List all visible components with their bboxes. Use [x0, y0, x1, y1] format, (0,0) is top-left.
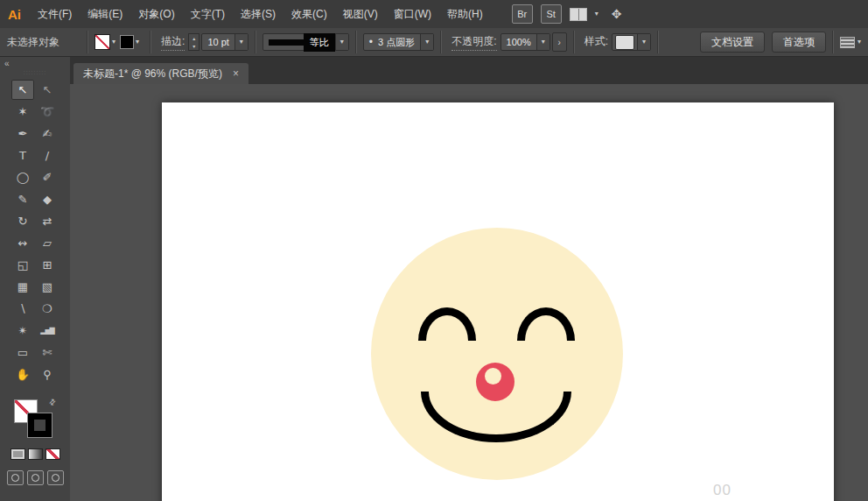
magic-wand-icon: ✶ — [18, 106, 28, 117]
stroke-control: ▾ — [120, 35, 139, 49]
tool-selection[interactable]: ↖ — [11, 80, 34, 100]
tool-shape-builder[interactable]: ◱ — [11, 255, 34, 275]
stroke-weight-label[interactable]: 描边: — [161, 34, 185, 51]
tool-type[interactable]: T — [11, 145, 34, 166]
color-button[interactable] — [10, 448, 25, 460]
arrange-documents-icon[interactable] — [570, 8, 587, 21]
separator — [150, 31, 151, 53]
artboard: 00 — [162, 102, 834, 501]
separator — [355, 31, 357, 53]
opacity-label[interactable]: 不透明度: — [452, 34, 496, 51]
document-setup-button[interactable]: 文档设置 — [700, 32, 765, 53]
tool-direct-selection[interactable]: ↖ — [36, 80, 59, 100]
none-button[interactable] — [46, 448, 60, 460]
tool-slice[interactable]: ✄ — [36, 342, 59, 363]
tools-panel-header: « — [0, 57, 70, 70]
tool-scale[interactable]: ⇄ — [36, 211, 59, 231]
stepper-down-icon[interactable]: ▾ — [189, 42, 199, 50]
stroke-weight-stepper[interactable]: ▴ ▾ — [188, 33, 200, 51]
tool-rotate[interactable]: ↻ — [11, 211, 34, 231]
canvas-area[interactable]: 00 — [70, 84, 868, 501]
brush-value: 3 点圆形 — [373, 36, 420, 49]
tool-zoom[interactable]: ⚲ — [36, 364, 59, 385]
stock-button[interactable]: St — [541, 4, 562, 24]
zoom-icon: ⚲ — [43, 369, 52, 380]
paintbrush-icon: ✐ — [43, 172, 52, 183]
watermark-text: 00 — [713, 482, 732, 499]
arrange-documents-chevron-icon[interactable]: ▾ — [595, 11, 598, 18]
opacity-combo[interactable]: 100% ▾ — [500, 33, 550, 51]
tool-free-transform[interactable]: ▱ — [36, 233, 59, 253]
separator — [440, 31, 442, 53]
draw-behind-button[interactable] — [27, 470, 44, 485]
drawing-mode-buttons — [0, 470, 70, 485]
tool-symbol-sprayer[interactable]: ✴ — [11, 321, 34, 341]
symbol-sprayer-icon: ✴ — [18, 325, 28, 336]
menu-effect[interactable]: 效果(C) — [284, 0, 335, 28]
fill-chevron-icon[interactable]: ▾ — [112, 39, 116, 46]
stroke-weight-combo[interactable]: 10 pt ▾ — [201, 33, 248, 51]
tool-pen[interactable]: ✒ — [11, 123, 34, 144]
tool-lasso[interactable]: ➰ — [36, 102, 59, 122]
tool-artboard[interactable]: ▭ — [11, 342, 34, 363]
style-swatch[interactable] — [615, 35, 634, 50]
collapse-panel-icon[interactable]: « — [4, 59, 10, 68]
draw-inside-button[interactable] — [47, 470, 64, 485]
tool-line-segment[interactable]: / — [36, 145, 59, 166]
tool-pencil[interactable]: ✎ — [11, 189, 34, 209]
tool-width[interactable]: ↭ — [11, 233, 34, 253]
control-panel-menu-icon[interactable] — [840, 37, 855, 48]
bridge-button[interactable]: Br — [512, 4, 533, 24]
style-combo[interactable]: ▾ — [612, 33, 651, 51]
document-tab-title: 未标题-1* @ 96% (RGB/预览) — [83, 67, 222, 81]
tool-hand[interactable]: ✋ — [11, 364, 34, 385]
menu-edit[interactable]: 编辑(E) — [80, 0, 130, 28]
tool-gradient[interactable]: ▧ — [36, 277, 59, 297]
control-panel-chevron-icon[interactable]: ▾ — [858, 39, 861, 46]
panel-grip[interactable]: ::::::::: — [0, 70, 70, 75]
gradient-button[interactable] — [28, 448, 43, 460]
artboard-tool-icon: ▭ — [18, 347, 28, 358]
menu-view[interactable]: 视图(V) — [335, 0, 386, 28]
tool-perspective-grid[interactable]: ⊞ — [36, 255, 59, 275]
preferences-button[interactable]: 首选项 — [772, 32, 826, 53]
tool-column-graph[interactable]: ▂▅▇ — [36, 321, 59, 341]
document-tab[interactable]: 未标题-1* @ 96% (RGB/预览) × — [74, 63, 248, 84]
pencil-icon: ✎ — [18, 194, 28, 205]
fill-color-swatch[interactable] — [94, 34, 110, 50]
separator — [832, 31, 834, 53]
stroke-swatch[interactable] — [28, 413, 52, 437]
menu-file[interactable]: 文件(F) — [30, 0, 80, 28]
smiley-nose-circle[interactable] — [476, 363, 514, 401]
stroke-chevron-icon[interactable]: ▾ — [136, 39, 139, 46]
brush-combo[interactable]: • 3 点圆形 ▾ — [363, 33, 434, 51]
slice-icon: ✄ — [43, 347, 52, 358]
tool-eyedropper[interactable]: ∖ — [11, 299, 34, 319]
tool-ellipse[interactable]: ◯ — [11, 167, 34, 187]
menu-object[interactable]: 对象(O) — [130, 0, 182, 28]
stepper-up-icon[interactable]: ▴ — [189, 34, 199, 42]
menu-type[interactable]: 文字(T) — [183, 0, 233, 28]
tool-blend[interactable]: ❍ — [36, 299, 59, 319]
opacity-chevron-icon[interactable]: ▾ — [536, 34, 550, 50]
tool-mesh[interactable]: ▦ — [11, 277, 34, 297]
menu-help[interactable]: 帮助(H) — [439, 0, 491, 28]
style-chevron-icon[interactable]: ▾ — [637, 34, 650, 50]
menu-window[interactable]: 窗口(W) — [386, 0, 439, 28]
opacity-expand-button[interactable]: › — [552, 32, 567, 52]
swap-fill-stroke-icon[interactable]: ⇄ — [47, 397, 58, 407]
tool-magic-wand[interactable]: ✶ — [11, 102, 34, 122]
tab-close-icon[interactable]: × — [233, 67, 239, 80]
width-profile-chevron-icon[interactable]: ▾ — [335, 34, 348, 50]
stroke-color-swatch[interactable] — [120, 35, 134, 49]
type-icon: T — [19, 150, 26, 161]
tool-paintbrush[interactable]: ✐ — [36, 167, 59, 187]
tool-curvature[interactable]: ✍ — [36, 123, 59, 144]
tool-eraser[interactable]: ◆ — [36, 189, 59, 209]
draw-normal-button[interactable] — [7, 470, 24, 485]
stroke-weight-chevron-icon[interactable]: ▾ — [234, 34, 248, 50]
menu-select[interactable]: 选择(S) — [233, 0, 284, 28]
width-profile-combo[interactable]: 等比 ▾ — [262, 33, 349, 51]
hand-grab-icon[interactable]: ✥ — [612, 7, 622, 21]
brush-chevron-icon[interactable]: ▾ — [420, 34, 433, 50]
